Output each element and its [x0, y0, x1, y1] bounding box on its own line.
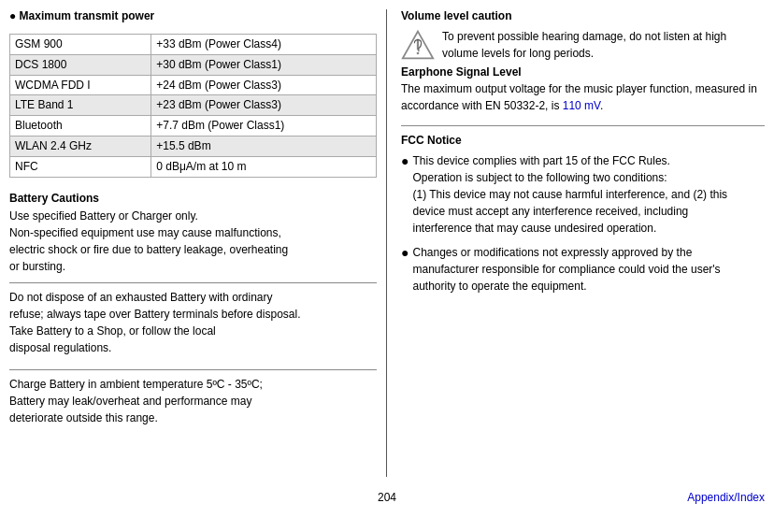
table-cell-value: +24 dBm (Power Class3) [151, 75, 377, 95]
table-row: Bluetooth +7.7 dBm (Power Class1) [10, 116, 377, 137]
table-cell-label: Bluetooth [10, 116, 151, 137]
table-cell-value: 0 dBμA/m at 10 m [151, 156, 377, 177]
table-cell-label: WCDMA FDD I [10, 75, 151, 95]
volume-caution-text: To prevent possible hearing damage, do n… [442, 28, 726, 62]
table-cell-value: +30 dBm (Power Class1) [151, 54, 377, 75]
earphone-text: The maximum output voltage for the music… [401, 80, 765, 114]
page-footer: 204 Appendix/Index [9, 486, 765, 504]
section-max-power: ● Maximum transmit power [9, 9, 377, 28]
fcc-bullet-text-2: Changes or modifications not expressly a… [412, 244, 720, 295]
fcc-bullet-dot-2: ● [401, 243, 408, 263]
section-title-max-power: ● Maximum transmit power [9, 9, 154, 22]
power-table-body: GSM 900 +33 dBm (Power Class4) DCS 1800 … [10, 35, 377, 178]
table-cell-label: WLAN 2.4 GHz [10, 136, 151, 156]
main-columns: ● Maximum transmit power GSM 900 +33 dBm… [9, 9, 765, 477]
warning-icon [401, 28, 435, 62]
fcc-bullet-1: ● This device complies with part 15 of t… [401, 152, 765, 237]
power-table: GSM 900 +33 dBm (Power Class4) DCS 1800 … [9, 34, 377, 178]
volume-title: Volume level caution [401, 9, 765, 22]
fcc-bullet-2: ● Changes or modifications not expressly… [401, 244, 765, 295]
table-row: DCS 1800 +30 dBm (Power Class1) [10, 54, 377, 75]
table-cell-value: +15.5 dBm [151, 136, 377, 156]
earphone-text-after: . [600, 99, 603, 112]
fcc-title: FCC Notice [401, 134, 765, 147]
table-row: WLAN 2.4 GHz +15.5 dBm [10, 136, 377, 156]
table-cell-value: +23 dBm (Power Class3) [151, 95, 377, 116]
table-cell-label: DCS 1800 [10, 54, 151, 75]
footer-right: Appendix/Index [513, 491, 765, 504]
left-column: ● Maximum transmit power GSM 900 +33 dBm… [9, 9, 387, 477]
volume-caution-body: To prevent possible hearing damage, do n… [442, 30, 726, 60]
table-cell-label: GSM 900 [10, 35, 151, 55]
table-row: NFC 0 dBμA/m at 10 m [10, 156, 377, 177]
table-cell-label: LTE Band 1 [10, 95, 151, 116]
table-row: WCDMA FDD I +24 dBm (Power Class3) [10, 75, 377, 95]
table-cell-value: +7.7 dBm (Power Class1) [151, 116, 377, 137]
volume-icon-row: To prevent possible hearing damage, do n… [401, 28, 765, 62]
battery-block3: Charge Battery in ambient temperature 5º… [9, 369, 377, 432]
table-row: GSM 900 +33 dBm (Power Class4) [10, 35, 377, 55]
earphone-highlight: 110 mV [563, 99, 600, 112]
earphone-signal-title: Earphone Signal Level [401, 65, 765, 79]
fcc-section: FCC Notice ● This device complies with p… [401, 125, 765, 295]
table-row: LTE Band 1 +23 dBm (Power Class3) [10, 95, 377, 116]
table-cell-label: NFC [10, 156, 151, 177]
right-column: Volume level caution To prevent possible… [387, 9, 765, 477]
fcc-bullet-dot-1: ● [401, 151, 408, 171]
svg-point-2 [417, 52, 420, 55]
battery-block1: Use specified Battery or Charger only. N… [9, 208, 377, 275]
battery-block2: Do not dispose of an exhausted Battery w… [9, 282, 377, 362]
volume-section: Volume level caution To prevent possible… [401, 9, 765, 114]
fcc-bullet-text-1: This device complies with part 15 of the… [412, 152, 727, 237]
table-cell-value: +33 dBm (Power Class4) [151, 35, 377, 55]
appendix-link[interactable]: Appendix/Index [687, 491, 765, 504]
page-number: 204 [261, 491, 512, 504]
battery-title: Battery Cautions [9, 192, 377, 205]
battery-section: Battery Cautions Use specified Battery o… [9, 192, 377, 432]
page-container: ● Maximum transmit power GSM 900 +33 dBm… [0, 0, 774, 532]
